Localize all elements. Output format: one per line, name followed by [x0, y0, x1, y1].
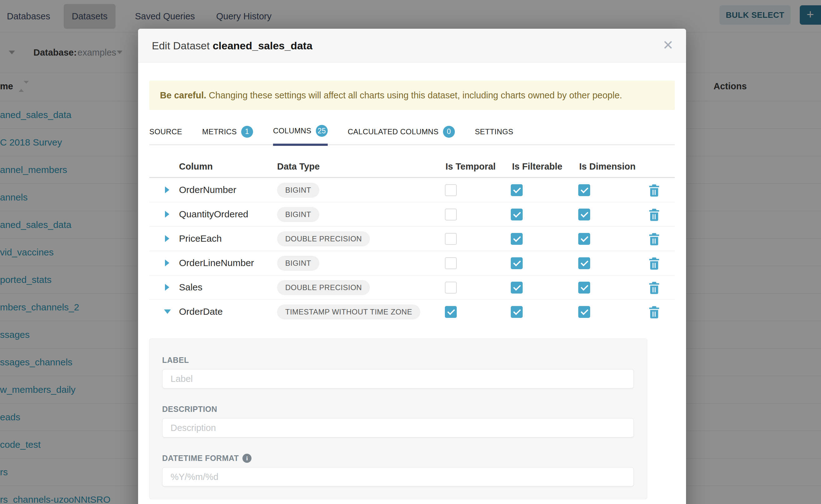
label-field-label: LABEL — [162, 356, 635, 365]
data-type-pill: BIGINT — [277, 183, 319, 198]
data-type-pill: DOUBLE PRECISION — [277, 231, 370, 246]
column-name: Sales — [179, 282, 202, 293]
data-type-pill: BIGINT — [277, 207, 319, 222]
column-name: OrderNumber — [179, 185, 236, 195]
is-temporal-checkbox[interactable] — [445, 184, 457, 196]
column-row: OrderDateTIMESTAMP WITHOUT TIME ZONE — [149, 300, 675, 325]
caret-right-icon[interactable] — [165, 284, 169, 291]
caret-right-icon[interactable] — [165, 186, 169, 193]
is-dimension-checkbox[interactable] — [578, 209, 590, 220]
column-name: OrderLineNumber — [179, 258, 254, 268]
header-column: Column — [179, 161, 213, 172]
tab-source[interactable]: SOURCE — [149, 125, 182, 145]
delete-column-icon[interactable] — [649, 233, 660, 245]
label-input[interactable] — [162, 369, 634, 388]
datetime-format-field-label: DATETIME FORMAT i — [162, 454, 635, 463]
header-is-dimension: Is Dimension — [579, 161, 636, 172]
is-filterable-checkbox[interactable] — [511, 306, 523, 318]
is-temporal-checkbox[interactable] — [445, 282, 457, 294]
caret-right-icon[interactable] — [165, 259, 169, 266]
caret-right-icon[interactable] — [165, 235, 169, 242]
header-is-filterable: Is Filterable — [512, 161, 562, 172]
is-filterable-checkbox[interactable] — [511, 184, 523, 196]
column-name: QuantityOrdered — [179, 209, 248, 220]
is-dimension-checkbox[interactable] — [578, 282, 590, 294]
is-dimension-checkbox[interactable] — [578, 257, 590, 269]
columns-table-body: OrderNumberBIGINTQuantityOrderedBIGINTPr… — [149, 178, 675, 325]
tab-bar: SOURCE METRICS1 COLUMNS25 CALCULATED COL… — [149, 125, 675, 145]
column-row: PriceEachDOUBLE PRECISION — [149, 227, 675, 251]
caret-right-icon[interactable] — [165, 211, 169, 218]
delete-column-icon[interactable] — [649, 282, 660, 294]
is-dimension-checkbox[interactable] — [578, 306, 590, 318]
delete-column-icon[interactable] — [649, 306, 660, 319]
column-row: OrderLineNumberBIGINT — [149, 251, 675, 275]
is-temporal-checkbox[interactable] — [445, 209, 457, 220]
column-row: SalesDOUBLE PRECISION — [149, 275, 675, 300]
modal-title: Edit Dataset cleaned_sales_data — [152, 40, 312, 52]
modal-body: Be careful. Changing these settings will… — [138, 62, 686, 499]
data-type-pill: TIMESTAMP WITHOUT TIME ZONE — [277, 304, 420, 319]
data-type-pill: BIGINT — [277, 256, 319, 271]
is-temporal-checkbox[interactable] — [445, 257, 457, 269]
is-filterable-checkbox[interactable] — [511, 282, 523, 294]
delete-column-icon[interactable] — [649, 209, 660, 221]
tab-columns[interactable]: COLUMNS25 — [273, 125, 328, 146]
datetime-format-input[interactable] — [162, 467, 634, 487]
columns-count-badge: 25 — [316, 125, 328, 137]
info-icon[interactable]: i — [242, 454, 251, 463]
description-field-label: DESCRIPTION — [162, 405, 635, 414]
is-filterable-checkbox[interactable] — [511, 233, 523, 245]
is-temporal-checkbox[interactable] — [445, 233, 457, 245]
warning-banner: Be careful. Changing these settings will… — [149, 81, 675, 110]
delete-column-icon[interactable] — [649, 257, 660, 270]
app-viewport: Databases Datasets Saved Queries Query H… — [0, 0, 821, 504]
calculated-columns-count-badge: 0 — [443, 126, 455, 138]
modal-header: Edit Dataset cleaned_sales_data ✕ — [138, 29, 686, 62]
is-filterable-checkbox[interactable] — [511, 257, 523, 269]
tab-calculated-columns[interactable]: CALCULATED COLUMNS0 — [348, 125, 455, 145]
header-data-type: Data Type — [277, 161, 319, 172]
column-row: OrderNumberBIGINT — [149, 178, 675, 202]
caret-down-icon[interactable] — [164, 309, 171, 314]
metrics-count-badge: 1 — [241, 126, 253, 138]
is-filterable-checkbox[interactable] — [511, 209, 523, 220]
column-row: QuantityOrderedBIGINT — [149, 202, 675, 227]
columns-table: Column Data Type Is Temporal Is Filterab… — [149, 154, 675, 325]
edit-dataset-modal: Edit Dataset cleaned_sales_data ✕ Be car… — [138, 29, 686, 504]
delete-column-icon[interactable] — [649, 184, 660, 197]
data-type-pill: DOUBLE PRECISION — [277, 280, 370, 295]
columns-table-header: Column Data Type Is Temporal Is Filterab… — [149, 154, 675, 178]
description-input[interactable] — [162, 418, 634, 437]
tab-settings[interactable]: SETTINGS — [475, 125, 513, 145]
header-is-temporal: Is Temporal — [446, 161, 496, 172]
tab-metrics[interactable]: METRICS1 — [202, 125, 253, 145]
column-name: PriceEach — [179, 233, 222, 244]
close-icon[interactable]: ✕ — [663, 29, 674, 62]
column-name: OrderDate — [179, 306, 223, 317]
is-dimension-checkbox[interactable] — [578, 233, 590, 245]
is-temporal-checkbox[interactable] — [445, 306, 457, 318]
is-dimension-checkbox[interactable] — [578, 184, 590, 196]
column-detail-panel: LABEL DESCRIPTION DATETIME FORMAT i — [149, 338, 647, 499]
dataset-name: cleaned_sales_data — [213, 40, 312, 52]
